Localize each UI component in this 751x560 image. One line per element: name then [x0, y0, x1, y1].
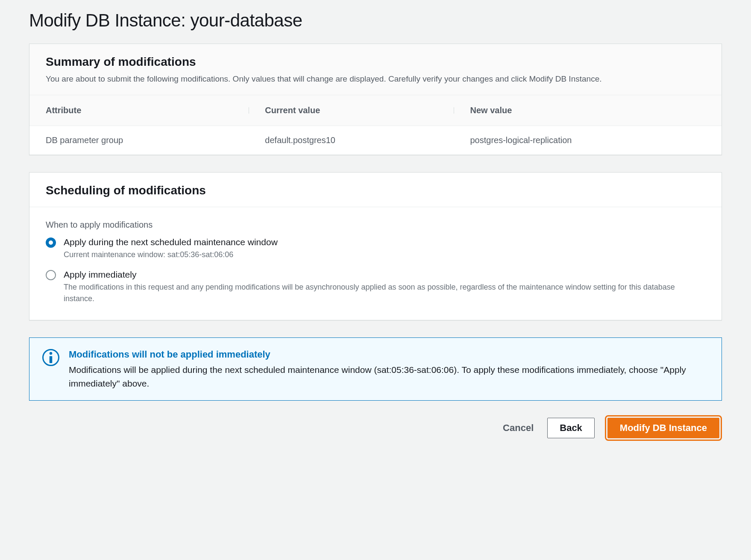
- radio-option-apply-immediately[interactable]: Apply immediately The modifications in t…: [46, 268, 705, 305]
- scheduling-title: Scheduling of modifications: [46, 184, 705, 197]
- cell-new-value: postgres-logical-replication: [454, 126, 722, 155]
- modify-db-instance-button[interactable]: Modify DB Instance: [607, 418, 719, 438]
- radio-option-maintenance-window[interactable]: Apply during the next scheduled maintena…: [46, 236, 705, 261]
- radio-text-wrap: Apply immediately The modifications in t…: [64, 268, 705, 305]
- col-current-value: Current value: [249, 95, 454, 126]
- info-body: Modifications will be applied during the…: [69, 363, 709, 390]
- submit-highlight: Modify DB Instance: [605, 415, 722, 441]
- cancel-button[interactable]: Cancel: [499, 418, 537, 438]
- radio-sublabel: The modifications in this request and an…: [64, 281, 705, 305]
- when-to-apply-label: When to apply modifications: [46, 220, 705, 230]
- modifications-table: Attribute Current value New value DB par…: [29, 95, 722, 155]
- summary-description: You are about to submit the following mo…: [46, 73, 705, 85]
- info-content: Modifications will not be applied immedi…: [69, 348, 709, 390]
- info-title: Modifications will not be applied immedi…: [69, 348, 709, 361]
- info-icon: [42, 349, 59, 366]
- summary-panel: Summary of modifications You are about t…: [29, 44, 722, 155]
- page-title: Modify DB Instance: your-database: [29, 0, 722, 44]
- radio-sublabel: Current maintenance window: sat:05:36-sa…: [64, 249, 705, 261]
- radio-input-apply-immediately[interactable]: [46, 270, 56, 280]
- table-row: DB parameter group default.postgres10 po…: [29, 126, 722, 155]
- col-new-value: New value: [454, 95, 722, 126]
- cell-current-value: default.postgres10: [249, 126, 454, 155]
- back-button[interactable]: Back: [547, 418, 595, 438]
- svg-rect-1: [50, 356, 53, 363]
- radio-text-wrap: Apply during the next scheduled maintena…: [64, 236, 705, 261]
- radio-label: Apply during the next scheduled maintena…: [64, 236, 705, 248]
- scheduling-panel: Scheduling of modifications When to appl…: [29, 172, 722, 321]
- radio-input-maintenance-window[interactable]: [46, 237, 56, 248]
- cell-attribute: DB parameter group: [29, 126, 249, 155]
- summary-title: Summary of modifications: [46, 55, 705, 69]
- actions-row: Cancel Back Modify DB Instance: [29, 415, 722, 441]
- col-attribute: Attribute: [29, 95, 249, 126]
- summary-panel-header: Summary of modifications You are about t…: [29, 44, 722, 95]
- radio-label: Apply immediately: [64, 268, 705, 281]
- info-alert: Modifications will not be applied immedi…: [29, 337, 722, 401]
- svg-point-0: [50, 352, 53, 355]
- scheduling-panel-header: Scheduling of modifications: [29, 173, 722, 207]
- scheduling-body: When to apply modifications Apply during…: [29, 207, 722, 320]
